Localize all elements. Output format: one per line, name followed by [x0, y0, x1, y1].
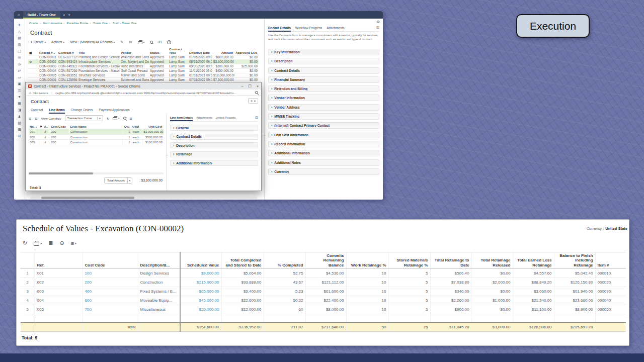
- cost-code-link[interactable]: 100: [83, 269, 138, 278]
- accordion-section[interactable]: › Key Information: [268, 49, 379, 55]
- column-header[interactable]: Vendor: [120, 47, 149, 55]
- row-gear-icon[interactable]: [28, 73, 38, 78]
- tab-line-item-details[interactable]: Line Item Details: [170, 116, 193, 121]
- expand-icon[interactable]: ⊡: [376, 26, 379, 30]
- edit-icon[interactable]: ✎: [120, 40, 123, 44]
- collapse-icon[interactable]: ⊖: [59, 240, 64, 246]
- accordion-section[interactable]: › Currency: [268, 168, 379, 175]
- column-header[interactable]: Contract #: [57, 47, 77, 55]
- row-gear-icon[interactable]: ⚙: [28, 60, 38, 64]
- column-header[interactable]: Code Name: [69, 124, 122, 129]
- column-header[interactable]: Cost Code: [50, 124, 69, 129]
- grid-settings-icon[interactable]: ⊞: [130, 117, 132, 120]
- sov-row[interactable]: 4 004 600 Moveable Equip... $45,000.00 $…: [21, 296, 626, 305]
- sidebar-module-icon[interactable]: ▦: [14, 102, 25, 106]
- print-button[interactable]: ▾: [113, 116, 120, 120]
- currency-select[interactable]: Transaction Currer ▾: [65, 115, 103, 121]
- line-item-row[interactable]: 001 ∂ 200 Construction 1 each $3,000,000…: [29, 129, 164, 135]
- cost-code-link[interactable]: 400: [83, 287, 138, 296]
- refresh-icon[interactable]: ↻: [23, 240, 27, 246]
- accordion-section[interactable]: › Contract Details: [268, 67, 379, 74]
- column-header[interactable]: Record #▲: [38, 47, 57, 55]
- close-button[interactable]: ×: [257, 84, 259, 88]
- sidebar-module-icon[interactable]: ♥: [14, 95, 25, 99]
- tab-record-details[interactable]: Record Details: [268, 26, 291, 32]
- column-header[interactable]: Ref.: [35, 252, 83, 269]
- breadcrumb-link[interactable]: Build - Tower One: [113, 22, 137, 25]
- column-header[interactable]: Scheduled Value: [180, 252, 221, 269]
- sidebar-module-icon[interactable]: ✉: [14, 56, 25, 60]
- accordion-section[interactable]: › (Internal) Contract Primary Contact: [268, 122, 379, 129]
- tab-contract[interactable]: Contract: [31, 108, 43, 114]
- tab-list-caret-icon[interactable]: ▾: [63, 13, 65, 17]
- line-item-row[interactable]: 003 ∂ 200 Construction 1 each $100,000.0…: [29, 140, 164, 145]
- column-header[interactable]: Stored Materials Retainage %: [388, 252, 430, 269]
- refresh-icon[interactable]: ↻: [129, 40, 132, 44]
- link-icon[interactable]: ∂: [43, 134, 50, 140]
- print-button[interactable]: ▾: [34, 241, 42, 246]
- grid-view-icon[interactable]: ⊞: [158, 40, 162, 44]
- row-gear-icon[interactable]: [28, 55, 38, 60]
- accordion-section[interactable]: › Financial Summary: [268, 76, 379, 83]
- cost-code-link[interactable]: 200: [83, 278, 138, 287]
- tab-change-orders[interactable]: Change Orders: [71, 108, 93, 114]
- column-header[interactable]: Status: [149, 47, 168, 55]
- popup-url-bar[interactable]: ⚠ Not secure | cegbu-phx-389.snphxprshar…: [26, 89, 261, 96]
- cost-code-link[interactable]: 600: [83, 296, 138, 305]
- sov-row[interactable]: 3 003 400 Fixed Systems / E... $65,000.0…: [21, 287, 626, 296]
- row-gear-icon[interactable]: [28, 64, 38, 69]
- home-icon[interactable]: ⌂: [18, 13, 20, 17]
- column-header[interactable]: Item #: [595, 252, 626, 269]
- accordion-section[interactable]: › Unit Cost Information: [268, 132, 379, 138]
- sov-row[interactable]: 1 001 100 Design Services $9,600.00 $5,0…: [21, 269, 626, 278]
- print-button[interactable]: ▾: [138, 40, 145, 44]
- sidebar-module-icon[interactable]: ☰: [14, 128, 25, 132]
- tab-line-items[interactable]: Line Items: [49, 108, 65, 114]
- sidebar-module-icon[interactable]: ◨: [14, 108, 25, 112]
- column-header[interactable]: ⚑: [39, 124, 43, 129]
- column-header[interactable]: Title: [77, 47, 120, 55]
- panel-drag-handle[interactable]: ⋮: [263, 133, 267, 138]
- column-header[interactable]: Approved COs: [234, 47, 259, 55]
- total-amount-select[interactable]: Total Amount ▾: [104, 177, 132, 184]
- contract-row[interactable]: CON-00001 DES-33771295 Planning and Desi…: [28, 55, 259, 60]
- scrollbar-thumb[interactable]: [29, 172, 93, 174]
- maximize-button[interactable]: ▢: [248, 84, 252, 88]
- accordion-section[interactable]: › Vendor Address: [268, 104, 379, 111]
- column-header[interactable]: Commits Remaining Balance: [305, 252, 346, 269]
- sidebar-module-icon[interactable]: ◷: [14, 62, 25, 66]
- sidebar-module-icon[interactable]: ✈: [14, 23, 25, 27]
- sidebar-module-icon[interactable]: ▧: [14, 121, 25, 125]
- accordion-section[interactable]: › Additional Information: [268, 150, 379, 156]
- horizontal-scrollbar[interactable]: [30, 197, 257, 199]
- grid-view-icon[interactable]: ⊞: [29, 117, 31, 120]
- column-header[interactable]: UoM: [131, 124, 142, 129]
- column-header[interactable]: Total Retainage to Date: [430, 252, 471, 269]
- tab-payment-applications[interactable]: Payment Applications: [99, 108, 129, 114]
- search-icon[interactable]: [150, 41, 153, 44]
- contract-row[interactable]: CON-00005 CON-88365116 Structure Service…: [28, 73, 259, 78]
- tab-attachments[interactable]: Attachments: [196, 116, 212, 119]
- column-header[interactable]: ▦: [28, 47, 38, 55]
- actions-button[interactable]: Actions ▾: [51, 40, 64, 44]
- column-header[interactable]: Total Earned Less Retainage: [513, 252, 554, 269]
- sidebar-module-icon[interactable]: ▭: [14, 75, 25, 79]
- column-header[interactable]: Qty.: [122, 124, 131, 129]
- line-item-row[interactable]: 002 ∂ 200 Construction 1 each $500,000.0…: [29, 134, 164, 140]
- column-header[interactable]: Contract Type: [168, 47, 188, 55]
- accordion-section[interactable]: › Retention and Billing: [268, 85, 379, 92]
- link-icon[interactable]: ∂: [43, 140, 50, 145]
- layout-menu-button[interactable]: ≡ ▾: [248, 98, 258, 104]
- column-header[interactable]: Balance to Finish including Retainage: [554, 252, 595, 269]
- accordion-section[interactable]: › MWBE Tracking: [268, 113, 379, 120]
- column-header[interactable]: Unit Cost: [142, 124, 164, 129]
- search-icon[interactable]: [123, 117, 126, 120]
- tab-build-tower-one[interactable]: Build - Tower One: [23, 11, 60, 19]
- breadcrumb-link[interactable]: Oracle: [29, 22, 38, 25]
- breadcrumb-link[interactable]: Tower One: [93, 22, 108, 25]
- popup-titlebar[interactable]: O Contract - Infrastructure Services - P…: [26, 82, 261, 89]
- search-icon[interactable]: [255, 91, 258, 94]
- column-header[interactable]: Total Retainage Released: [471, 252, 513, 269]
- column-header[interactable]: [21, 252, 35, 269]
- column-header[interactable]: Work Retainage %: [346, 252, 388, 269]
